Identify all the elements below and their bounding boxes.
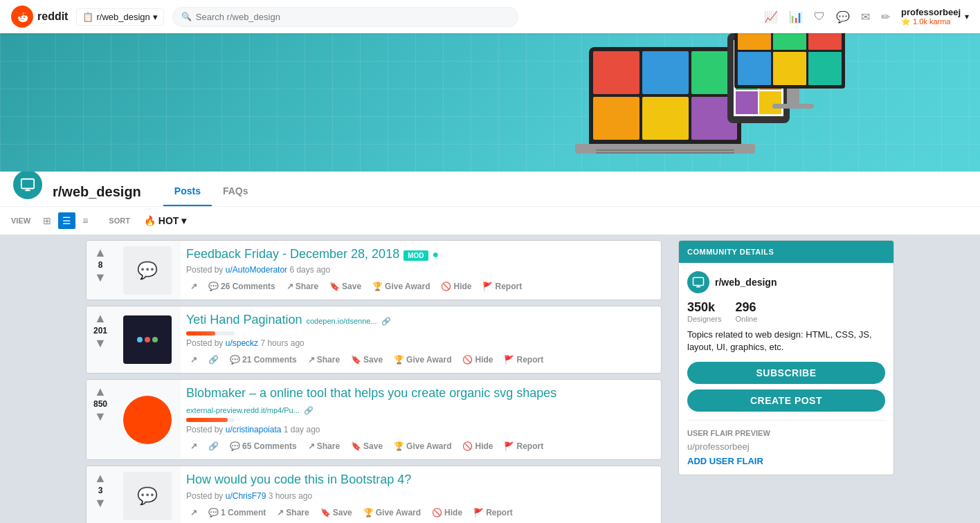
share-btn[interactable]: ↗ Share (304, 352, 344, 367)
upvote-btn[interactable]: ▲ (94, 246, 107, 259)
share-btn[interactable]: ↗ Share (273, 505, 313, 520)
edit-icon[interactable]: ✏ (881, 10, 890, 24)
hide-btn[interactable]: 🚫 Hide (458, 352, 497, 367)
crosspost-btn[interactable]: ↗ (186, 439, 201, 454)
external-link-btn[interactable]: 🔗 (204, 439, 223, 454)
share-btn[interactable]: ↗ Share (282, 279, 323, 294)
downvote-btn[interactable]: ▼ (94, 337, 107, 349)
tab-faqs[interactable]: FAQs (212, 177, 260, 206)
flair-username: u/professorbeej (687, 441, 885, 452)
stats-icon[interactable]: 📊 (789, 10, 803, 24)
comments-icon: 💬 (208, 282, 219, 291)
give-award-btn[interactable]: 🏆 Give Award (359, 505, 425, 520)
reddit-logo[interactable]: reddit (11, 6, 68, 28)
report-label: Report (516, 441, 543, 451)
report-icon: 🚩 (504, 355, 514, 365)
upvote-btn[interactable]: ▲ (94, 312, 107, 324)
report-btn[interactable]: 🚩 Report (500, 352, 547, 367)
share-label: Share (317, 441, 340, 451)
crosspost-btn[interactable]: ↗ (186, 352, 201, 367)
downvote-btn[interactable]: ▼ (94, 410, 107, 423)
comments-btn[interactable]: 💬 21 Comments (226, 352, 301, 367)
add-flair-button[interactable]: ADD USER FLAIR (687, 456, 763, 466)
save-btn[interactable]: 🔖 Save (316, 505, 356, 520)
report-btn[interactable]: 🚩 Report (469, 505, 517, 520)
post-card[interactable]: ▲ 3 ▼ 💬 How would you code this in Boots… (86, 466, 662, 523)
post-content: Yeti Hand Pagination codepen.io/dsenne..… (181, 306, 661, 372)
hide-btn[interactable]: 🚫 Hide (428, 505, 466, 520)
external-link-btn[interactable]: 🔗 (204, 352, 223, 367)
sidebar: COMMUNITY DETAILS r/web_design 350k Desi… (678, 240, 894, 523)
post-title-link[interactable]: Feedback Friday - December 28, 2018 (186, 246, 399, 262)
external-link-icon: 🔗 (304, 405, 314, 415)
crosspost-btn[interactable]: ↗ (186, 279, 201, 294)
hide-icon: 🚫 (432, 508, 442, 517)
post-author-link[interactable]: u/cristinapoiata (226, 425, 282, 434)
upvote-btn[interactable]: ▲ (94, 472, 107, 484)
view-list-btn[interactable]: ☰ (58, 212, 75, 229)
upvote-btn[interactable]: ▲ (94, 385, 107, 398)
comments-btn[interactable]: 💬 26 Comments (204, 279, 280, 294)
post-actions: ↗ 🔗 💬 65 Comments ↗ Share 🔖 Save (186, 439, 655, 454)
search-input[interactable] (196, 12, 509, 22)
subreddit-selector[interactable]: 📋 r/web_design ▾ (76, 8, 163, 26)
give-award-btn[interactable]: 🏆 Give Award (390, 439, 455, 454)
comments-icon: 💬 (230, 355, 240, 365)
trending-icon[interactable]: 📈 (764, 10, 778, 24)
post-card[interactable]: ▲ 8 ▼ 💬 Feedback Friday - December 28, 2… (86, 240, 662, 300)
view-label: VIEW (11, 217, 30, 225)
hide-icon: 🚫 (462, 355, 473, 365)
user-dropdown-arrow: ▾ (965, 12, 969, 21)
text-thumb-icon: 💬 (123, 246, 172, 295)
shield-icon[interactable]: 🛡 (814, 10, 825, 23)
downvote-btn[interactable]: ▼ (94, 271, 107, 284)
save-btn[interactable]: 🔖 Save (347, 352, 387, 367)
user-menu[interactable]: professorbeej ⭐ 1.0k karma ▾ (901, 7, 969, 26)
report-icon: 🚩 (473, 508, 484, 517)
report-btn[interactable]: 🚩 Report (500, 439, 547, 454)
give-award-btn[interactable]: 🏆 Give Award (390, 352, 455, 367)
hide-label: Hide (444, 508, 462, 517)
report-icon: 🚩 (504, 441, 514, 451)
chat-icon[interactable]: 💬 (836, 10, 850, 24)
post-title-link[interactable]: Yeti Hand Pagination (186, 312, 302, 328)
search-bar[interactable]: 🔍 (172, 7, 518, 27)
hot-icon: 🔥 (144, 215, 156, 226)
save-btn[interactable]: 🔖 Save (347, 439, 387, 454)
post-meta: Posted by u/ChrisF79 3 hours ago (186, 491, 655, 501)
crosspost-btn[interactable]: ↗ (186, 505, 201, 520)
post-card[interactable]: ▲ 850 ▼ Blobmaker – a online tool that h… (86, 379, 662, 461)
report-btn[interactable]: 🚩 Report (478, 279, 526, 294)
karma-display: ⭐ 1.0k karma (901, 17, 961, 26)
post-author-link[interactable]: u/speckz (226, 338, 258, 348)
give-award-btn[interactable]: 🏆 Give Award (368, 279, 434, 294)
hide-btn[interactable]: 🚫 Hide (458, 439, 497, 454)
sort-hot-btn[interactable]: 🔥 HOT ▾ (138, 212, 192, 229)
award-icon: 🏆 (363, 508, 374, 517)
hide-btn[interactable]: 🚫 Hide (437, 279, 475, 294)
subscribe-button[interactable]: SUBSCRIBE (687, 362, 885, 384)
comments-btn[interactable]: 💬 65 Comments (226, 439, 301, 454)
posts-column: ▲ 8 ▼ 💬 Feedback Friday - December 28, 2… (86, 240, 662, 523)
post-author-link[interactable]: u/AutoModerator (226, 265, 287, 275)
view-card-btn[interactable]: ⊞ (39, 212, 55, 229)
create-post-button[interactable]: CREATE POST (687, 389, 885, 412)
save-btn[interactable]: 🔖 Save (325, 279, 365, 294)
post-author-link[interactable]: u/ChrisF79 (226, 491, 266, 501)
view-compact-btn[interactable]: ≡ (78, 212, 92, 229)
community-name-row: r/web_design (687, 271, 885, 293)
downvote-btn[interactable]: ▼ (94, 497, 107, 509)
comments-btn[interactable]: 💬 1 Comment (204, 505, 270, 520)
controls-bar: VIEW ⊞ ☰ ≡ SORT 🔥 HOT ▾ (0, 207, 980, 235)
post-title-link[interactable]: Blobmaker – a online tool that helps you… (186, 385, 556, 401)
tab-posts[interactable]: Posts (163, 177, 212, 206)
give-award-label: Give Award (406, 441, 451, 451)
give-award-label: Give Award (376, 508, 421, 517)
hide-label: Hide (453, 282, 471, 291)
mail-icon[interactable]: ✉ (861, 10, 870, 24)
post-card[interactable]: ▲ 201 ▼ Yeti Hand Pagination codepen.io/… (86, 306, 662, 373)
share-btn[interactable]: ↗ Share (304, 439, 344, 454)
post-title-link[interactable]: How would you code this in Bootstrap 4? (186, 472, 411, 488)
sort-label: SORT (109, 217, 130, 225)
award-icon: 🏆 (394, 441, 404, 451)
